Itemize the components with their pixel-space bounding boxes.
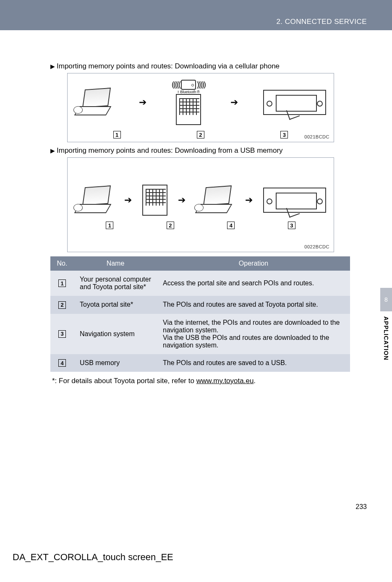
bluetooth-label: ᚼ Bluetooth® (177, 90, 200, 94)
arrow-icon: ➔ (178, 195, 186, 206)
section-title-usb-text: Importing memory points and routes: Down… (57, 146, 283, 155)
footnote: *: For details about Toyota portal site,… (52, 377, 367, 385)
footnote-link[interactable]: www.my.toyota.eu (196, 377, 254, 385)
row-operation: Via the internet, the POIs and routes ar… (157, 314, 350, 354)
table-row: 1 Your personal computer and Toyota port… (50, 271, 350, 296)
diagram-laptop (75, 88, 114, 117)
th-operation: Operation (157, 256, 350, 271)
footer-code: DA_EXT_COROLLA_touch screen_EE (13, 552, 173, 563)
row-num: 4 (58, 359, 66, 367)
section-title-usb: ▶ Importing memory points and routes: Do… (50, 146, 367, 155)
server-icon (142, 185, 167, 216)
diagram-num-1: 1 (106, 222, 113, 229)
th-name: Name (74, 256, 157, 271)
diagram-server-bt: ((((( ))))) ᚼ Bluetooth® (172, 79, 205, 125)
table-row: 2 Toyota portal site* The POIs and route… (50, 296, 350, 314)
page-content: ▶ Importing memory points and routes: Do… (0, 30, 392, 385)
diagram-laptop (75, 185, 114, 215)
diagram-num-1: 1 (113, 131, 121, 138)
header-breadcrumb: 2. CONNECTED SERVICE (276, 18, 367, 26)
diagram-code-usb: 0022BCDC (304, 244, 329, 249)
diagram-usb: ➔ ➔ ➔ 1 2 4 3 0022BCDC (67, 157, 334, 252)
row-operation: The POIs and routes are saved at Toyota … (157, 296, 350, 314)
diagram-num-4: 4 (227, 222, 235, 229)
table-row: 3 Navigation system Via the internet, th… (50, 314, 350, 354)
side-tab-label: APPLICATION (383, 316, 389, 360)
diagram-num-3: 3 (288, 222, 295, 229)
side-tab: 8 APPLICATION (380, 288, 392, 360)
page-number: 233 (355, 503, 367, 511)
diagram-headunit (263, 188, 326, 213)
diagram-num-2: 2 (197, 131, 204, 138)
server-icon (176, 94, 201, 125)
arrow-icon: ➔ (139, 97, 146, 108)
footnote-prefix: *: For details about Toyota portal site,… (52, 377, 196, 385)
bluetooth-icon: ᚼ (177, 90, 179, 94)
diagram-cellular: ➔ ((((( ))))) ᚼ Bluetooth® ➔ (67, 73, 334, 142)
diagram-code-cellular: 0021BCDC (304, 134, 329, 139)
arrow-icon: ➔ (124, 195, 132, 206)
section-title-cellular-text: Importing memory points and routes: Down… (57, 62, 280, 70)
arrow-icon: ➔ (245, 195, 253, 206)
row-num: 1 (58, 279, 66, 287)
row-name: Navigation system (74, 314, 157, 354)
triangle-icon: ▶ (50, 63, 55, 70)
side-tab-number: 8 (380, 288, 392, 311)
row-name: USB memory (74, 354, 157, 372)
diagram-num-3: 3 (280, 131, 288, 138)
row-name: Your personal computer and Toyota portal… (74, 271, 157, 296)
info-table: No. Name Operation 1 Your personal compu… (50, 256, 350, 372)
phone-icon (181, 80, 196, 90)
diagram-headunit (263, 90, 326, 115)
triangle-icon: ▶ (50, 147, 55, 154)
diagram-laptop-usb (196, 185, 235, 215)
diagram-num-2: 2 (167, 222, 174, 229)
row-num: 3 (58, 330, 66, 338)
diagram-server (142, 185, 167, 216)
footnote-suffix: . (253, 377, 256, 385)
row-name: Toyota portal site* (74, 296, 157, 314)
row-operation: Access the portal site and search POIs a… (157, 271, 350, 296)
page-header: 2. CONNECTED SERVICE (0, 0, 392, 30)
row-operation: The POIs and routes are saved to a USB. (157, 354, 350, 372)
table-row: 4 USB memory The POIs and routes are sav… (50, 354, 350, 372)
row-num: 2 (58, 301, 66, 309)
section-title-cellular: ▶ Importing memory points and routes: Do… (50, 62, 367, 70)
arrow-icon: ➔ (230, 97, 238, 108)
th-no: No. (50, 256, 74, 271)
